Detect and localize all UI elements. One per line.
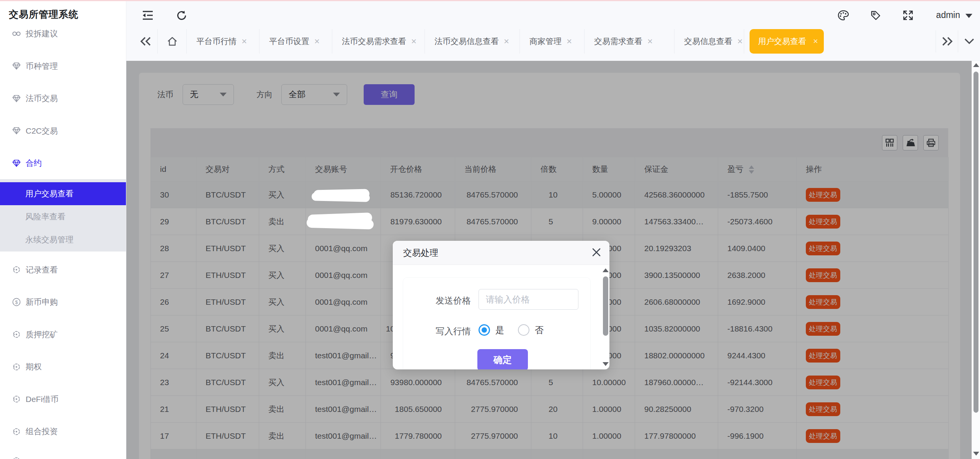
main-area: admin 平台币行情×平台币设置×法币交易需求查看×法币交易信息查看×商家管理… [126, 0, 980, 459]
tab-close-icon[interactable]: × [242, 37, 247, 46]
sidebar-item-C2C交易[interactable]: C2C交易 [0, 120, 126, 142]
submenu-item-用户交易查看[interactable]: 用户交易查看 [0, 182, 126, 205]
cog-icon [12, 457, 21, 459]
sidebar-item-币种管理[interactable]: 币种管理 [0, 56, 126, 77]
screen: 交易所管理系统 投拆建议币种管理法币交易C2C交易合约用户交易查看风险率查看永续… [0, 0, 980, 459]
sidebar-item-期权[interactable]: 期权 [0, 356, 126, 378]
refresh-icon[interactable] [176, 10, 186, 20]
modal-title: 交易处理 [403, 241, 438, 265]
sidebar-item-label: DeFi借币 [26, 394, 59, 405]
market-label: 写入行情 [426, 325, 471, 337]
link-icon [12, 29, 21, 38]
tab-close-icon[interactable]: × [813, 37, 818, 46]
scroll-down-icon[interactable] [603, 362, 609, 366]
tab-平台币设置[interactable]: 平台币设置× [260, 29, 332, 54]
tab-close-icon[interactable]: × [504, 37, 509, 46]
modal: 交易处理 发送价格 写入行情 是 否 确定 [393, 241, 609, 369]
tab-平台币行情[interactable]: 平台币行情× [187, 29, 260, 54]
tab-close-icon[interactable]: × [647, 37, 653, 46]
tab-label: 平台币行情 [196, 36, 237, 47]
sidebar-item-组合投资[interactable]: 组合投资 [0, 421, 126, 443]
tag-icon[interactable] [871, 10, 880, 20]
submenu-item-风险率查看[interactable]: 风险率查看 [0, 205, 126, 228]
menu-fold-icon[interactable] [142, 10, 152, 20]
active-tab-pill[interactable]: 用户交易查看× [750, 29, 824, 54]
gem-icon [12, 159, 21, 167]
cog-icon [12, 363, 21, 371]
main-scrollbar[interactable] [972, 61, 980, 459]
tab-label: 法币交易信息查看 [434, 36, 499, 47]
modal-header: 交易处理 [393, 241, 609, 265]
sidebar-item-label: 期权 [26, 361, 42, 372]
radio-no[interactable] [518, 324, 529, 336]
home-tab[interactable] [158, 29, 187, 54]
sidebar-item-label: 币种管理 [26, 61, 58, 72]
tabs-scroll-left[interactable] [134, 29, 158, 54]
modal-close-icon[interactable] [591, 247, 603, 258]
content: 法币 无 方向 全部 查询 id交易对方式交易账号开仓价格当前价格倍数数量保证金… [126, 61, 972, 459]
radio-yes[interactable] [479, 324, 490, 336]
gem-icon [12, 94, 21, 103]
modal-scrollbar[interactable] [603, 268, 609, 368]
user-menu[interactable]: admin [936, 10, 972, 20]
confirm-button[interactable]: 确定 [477, 349, 528, 369]
topbar: admin [126, 1, 980, 29]
scroll-down-icon[interactable] [973, 452, 979, 456]
cog-icon [12, 395, 21, 403]
topbar-left [142, 1, 186, 29]
tab-label: 交易需求查看 [594, 36, 642, 47]
tabbar: 平台币行情×平台币设置×法币交易需求查看×法币交易信息查看×商家管理×交易需求查… [126, 29, 980, 61]
gem-icon [12, 62, 21, 70]
tab-close-icon[interactable]: × [737, 37, 743, 46]
sidebar-item-投拆建议[interactable]: 投拆建议 [0, 23, 126, 45]
topbar-right: admin [838, 1, 972, 29]
scroll-up-icon[interactable] [973, 63, 979, 67]
sidebar-item-记录查看[interactable]: 记录查看 [0, 259, 126, 281]
main-scrollbar-thumb[interactable] [973, 72, 978, 413]
tabs-menu-button[interactable] [958, 29, 980, 54]
sidebar-item-label: 合约 [26, 158, 42, 168]
sidebar-item-DeFi借币[interactable]: DeFi借币 [0, 389, 126, 410]
sidebar-item-质押挖矿[interactable]: 质押挖矿 [0, 324, 126, 346]
tab-close-icon[interactable]: × [411, 37, 416, 46]
submenu: 用户交易查看风险率查看永续交易管理 [0, 179, 126, 252]
tab-法币交易需求查看[interactable]: 法币交易需求查看× [332, 29, 425, 54]
tabs-scroll-right[interactable] [936, 29, 958, 54]
progress-bar [0, 0, 980, 1]
radio-no-label: 否 [535, 324, 544, 336]
tab-交易信息查看[interactable]: 交易信息查看× [675, 29, 744, 54]
sidebar-item-法币交易[interactable]: 法币交易 [0, 88, 126, 109]
submenu-item-永续交易管理[interactable]: 永续交易管理 [0, 228, 126, 251]
sidebar-item[interactable] [0, 450, 126, 459]
tab-close-icon[interactable]: × [314, 37, 320, 46]
tab-交易需求查看[interactable]: 交易需求查看× [585, 29, 675, 54]
cog-icon [12, 427, 21, 436]
fullscreen-icon[interactable] [903, 10, 913, 20]
sidebar-item-label: C2C交易 [26, 126, 58, 136]
tab-close-icon[interactable]: × [567, 37, 572, 46]
coin-icon: $ [12, 298, 21, 306]
svg-text:$: $ [15, 299, 18, 305]
caret-down-icon [965, 14, 972, 18]
sidebar-item-合约[interactable]: 合约 [0, 152, 126, 174]
sidebar-item-新币申购[interactable]: $新币申购 [0, 291, 126, 313]
tab-label: 用户交易查看 [758, 36, 806, 47]
radio-yes-label: 是 [495, 324, 504, 336]
tabbar-right-controls [936, 29, 980, 54]
palette-icon[interactable] [838, 10, 848, 20]
sidebar-item-label: 新币申购 [26, 297, 58, 307]
price-input[interactable] [479, 289, 578, 310]
scroll-up-icon[interactable] [603, 268, 609, 272]
tab-用户交易查看[interactable]: 用户交易查看× [744, 29, 833, 54]
sidebar: 交易所管理系统 投拆建议币种管理法币交易C2C交易合约用户交易查看风险率查看永续… [0, 0, 126, 459]
price-label: 发送价格 [426, 295, 471, 307]
sidebar-item-label: 组合投资 [26, 426, 58, 437]
cog-icon [12, 266, 21, 274]
gem-icon [12, 127, 21, 135]
tab-商家管理[interactable]: 商家管理× [520, 29, 585, 54]
tab-label: 交易信息查看 [684, 36, 732, 47]
tab-法币交易信息查看[interactable]: 法币交易信息查看× [425, 29, 520, 54]
modal-scrollbar-thumb[interactable] [603, 276, 608, 336]
user-name: admin [936, 10, 960, 20]
sidebar-item-label: 质押挖矿 [26, 329, 58, 340]
